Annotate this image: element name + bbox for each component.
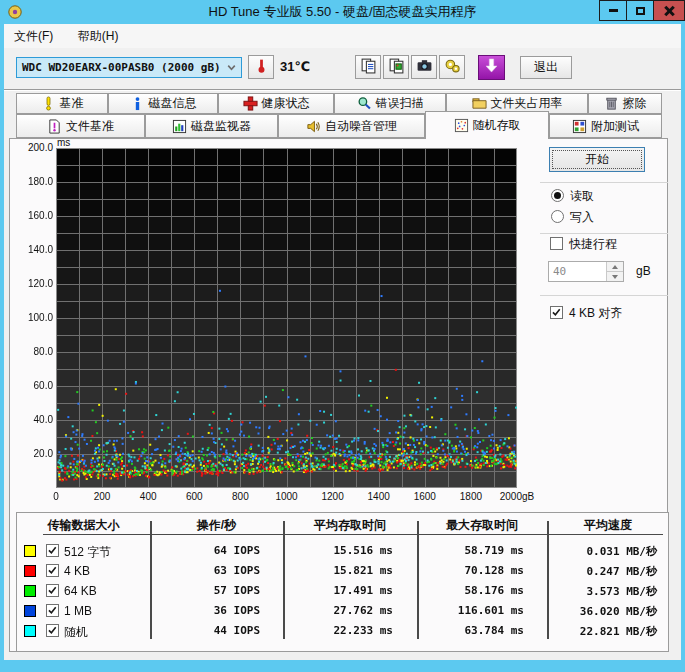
exit-button[interactable]: 退出 — [520, 56, 572, 79]
maximize-button[interactable] — [626, 0, 654, 21]
temperature-button[interactable] — [248, 55, 274, 79]
series-label: 512 字节 — [64, 544, 111, 561]
folder-usage-icon — [472, 96, 487, 111]
avg-speed-value: 22.821 MB/秒 — [547, 624, 657, 639]
panel-divider — [540, 182, 668, 183]
copy-image-button[interactable] — [383, 55, 409, 79]
copy-text-button[interactable] — [355, 55, 381, 79]
series-checkbox[interactable] — [46, 624, 59, 637]
x-tick-label: 1800 — [448, 491, 494, 502]
tab-label: 基准 — [60, 95, 84, 112]
tab-file-benchmark[interactable]: 文件基准 — [16, 114, 145, 138]
download-arrow-icon — [483, 57, 500, 78]
short-stroke-checkbox[interactable] — [550, 237, 563, 250]
menu-help[interactable]: 帮助(H) — [68, 24, 129, 49]
iops-value: 63 IOPS — [150, 564, 260, 577]
arrow-up-icon — [612, 265, 618, 269]
x-tick-label: 0 — [33, 491, 79, 502]
avg-access-time-value: 15.516 ms — [283, 544, 393, 557]
avg-access-time-value: 27.762 ms — [283, 604, 393, 617]
write-radio[interactable] — [551, 210, 564, 223]
series-color-swatch — [24, 585, 36, 597]
spinner-up-button[interactable] — [607, 262, 623, 272]
tab-health[interactable]: 健康状态 — [218, 93, 334, 114]
minimize-icon — [609, 9, 618, 12]
series-label: 1 MB — [64, 604, 92, 618]
random-access-scatter-chart — [56, 148, 517, 488]
tab-disk-monitor[interactable]: 磁盘监视器 — [145, 114, 278, 138]
table-header: 平均速度 — [547, 517, 669, 533]
read-radio[interactable] — [551, 189, 564, 202]
avg-access-time-value: 17.491 ms — [283, 584, 393, 597]
short-stroke-label: 快捷行程 — [569, 236, 617, 253]
table-header: 最大存取时间 — [417, 517, 547, 533]
window-title: HD Tune 专业版 5.50 - 硬盘/固态硬盘实用程序 — [0, 0, 685, 24]
copy-text-icon — [360, 57, 377, 78]
y-tick-label: 200.0 — [12, 142, 53, 153]
iops-value: 44 IOPS — [150, 624, 260, 637]
error-scan-icon — [357, 96, 372, 111]
table-row: 1 MB36 IOPS27.762 ms116.601 ms36.020 MB/… — [17, 601, 668, 621]
maximize-icon — [636, 7, 645, 15]
tab-extra-tests[interactable]: 附加测试 — [549, 114, 662, 138]
tab-erase[interactable]: 擦除 — [588, 93, 662, 114]
y-tick-label: 140.0 — [12, 244, 53, 255]
write-label: 写入 — [570, 209, 594, 226]
titlebar[interactable]: HD Tune 专业版 5.50 - 硬盘/固态硬盘实用程序 — [0, 0, 685, 24]
table-row: 随机44 IOPS22.233 ms63.784 ms22.821 MB/秒 — [17, 621, 668, 641]
tab-benchmark[interactable]: 基准 — [16, 93, 108, 114]
y-tick-label: 160.0 — [12, 210, 53, 221]
close-icon — [664, 6, 674, 16]
iops-value: 64 IOPS — [150, 544, 260, 557]
close-button[interactable] — [653, 0, 685, 21]
minimize-button[interactable] — [599, 0, 627, 21]
align-4kb-label: 4 KB 对齐 — [569, 305, 622, 322]
tab-random-access[interactable]: 随机存取 — [425, 111, 549, 139]
stroke-size-spinner[interactable]: 40 — [548, 261, 624, 282]
tab-label: 磁盘信息 — [149, 95, 197, 112]
max-access-time-value: 58.176 ms — [417, 584, 524, 597]
series-checkbox[interactable] — [46, 544, 59, 557]
tab-label: 错误扫描 — [376, 95, 424, 112]
iops-value: 36 IOPS — [150, 604, 260, 617]
max-access-time-value: 116.601 ms — [417, 604, 524, 617]
table-row: 512 字节64 IOPS15.516 ms58.719 ms0.031 MB/… — [17, 541, 668, 561]
series-color-swatch — [24, 565, 36, 577]
avg-access-time-value: 22.233 ms — [283, 624, 393, 637]
y-tick-label: 180.0 — [12, 176, 53, 187]
series-checkbox[interactable] — [46, 564, 59, 577]
y-tick-label: 40.0 — [12, 414, 53, 425]
results-table: 传输数据大小操作/秒平均存取时间最大存取时间平均速度512 字节64 IOPS1… — [16, 512, 669, 652]
x-tick-label: 1400 — [356, 491, 402, 502]
iops-value: 57 IOPS — [150, 584, 260, 597]
options-button[interactable] — [439, 55, 465, 79]
screenshot-button[interactable] — [411, 55, 437, 79]
camera-icon — [416, 57, 433, 78]
x-tick-label: 1600 — [402, 491, 448, 502]
random-access-icon — [454, 118, 469, 133]
align-4kb-checkbox[interactable] — [550, 306, 563, 319]
x-tick-label: 400 — [125, 491, 171, 502]
avg-speed-value: 0.247 MB/秒 — [547, 564, 657, 579]
drive-selector[interactable]: WDC WD20EARX-00PASB0 (2000 gB) — [16, 57, 242, 78]
y-tick-label: 100.0 — [12, 312, 53, 323]
series-checkbox[interactable] — [46, 604, 59, 617]
tab-disk-info[interactable]: 磁盘信息 — [108, 93, 218, 114]
menu-file[interactable]: 文件(F) — [4, 24, 63, 49]
spinner-down-button[interactable] — [607, 272, 623, 281]
options-icon — [444, 57, 461, 78]
arrow-down-icon — [612, 275, 618, 279]
y-tick-label: 20.0 — [12, 448, 53, 459]
read-label: 读取 — [570, 188, 594, 205]
drive-selector-value: WDC WD20EARX-00PASB0 (2000 gB) — [22, 61, 221, 74]
update-button[interactable] — [478, 55, 505, 80]
y-tick-label: 60.0 — [12, 380, 53, 391]
series-checkbox[interactable] — [46, 584, 59, 597]
erase-icon — [604, 96, 619, 111]
avg-speed-value: 36.020 MB/秒 — [547, 604, 657, 619]
tab-label: 文件夹占用率 — [491, 95, 563, 112]
start-button[interactable]: 开始 — [549, 147, 645, 172]
panel-divider — [540, 295, 668, 296]
tab-aam[interactable]: 自动噪音管理 — [278, 114, 425, 138]
y-axis-unit: ms — [57, 137, 70, 148]
